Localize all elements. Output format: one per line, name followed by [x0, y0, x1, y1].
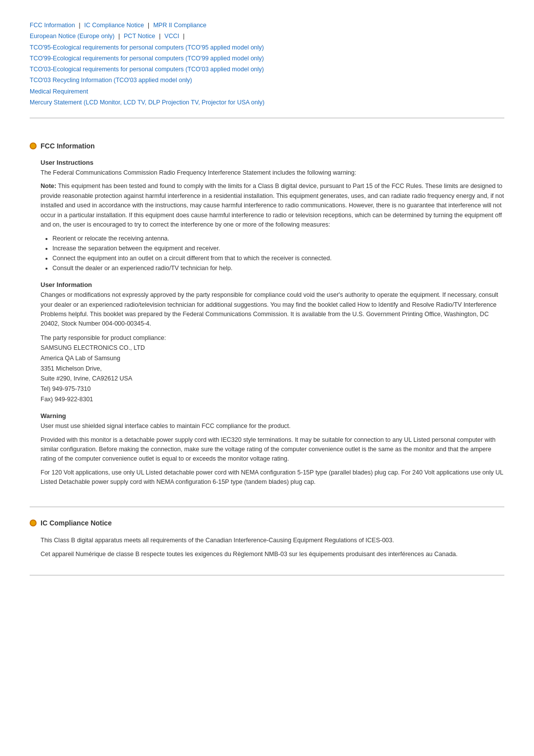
address-line-1: SAMSUNG ELECTRONICS CO., LTD	[41, 344, 145, 351]
fcc-dot-icon	[30, 142, 37, 149]
user-information-para1: Changes or modifications not expressly a…	[41, 290, 504, 329]
nav-links: FCC Information | IC Compliance Notice |…	[30, 20, 504, 108]
fcc-section-title: FCC Information	[41, 142, 95, 150]
bullet-item: Connect the equipment into an outlet on …	[52, 253, 504, 263]
top-divider	[30, 118, 504, 118]
fcc-section-header: FCC Information	[30, 142, 504, 150]
nav-link-pct[interactable]: PCT Notice	[124, 33, 155, 40]
ic-section-content: This Class B digital apparatus meets all…	[30, 536, 504, 559]
ic-dot-icon	[30, 520, 37, 526]
user-instructions-note: Note: This equipment has been tested and…	[41, 182, 504, 230]
ic-section-header: IC Compliance Notice	[30, 519, 504, 527]
nav-link-medical[interactable]: Medical Requirement	[30, 88, 88, 95]
warning-subsection: Warning User must use shielded signal in…	[41, 412, 504, 487]
nav-link-euro[interactable]: European Notice (Europe only)	[30, 33, 115, 40]
address-intro: The party responsible for product compli…	[41, 334, 166, 341]
note-bold-label: Note:	[41, 183, 56, 189]
bullet-item: Reorient or relocate the receiving anten…	[52, 234, 504, 243]
nav-sep-3: |	[118, 32, 120, 40]
address-line-4: Suite #290, Irvine, CA92612 USA	[41, 375, 133, 382]
fcc-section-content: User Instructions The Federal Communicat…	[30, 159, 504, 487]
user-instructions-title: User Instructions	[41, 159, 504, 166]
nav-link-tco03[interactable]: TCO'03-Ecological requirements for perso…	[30, 66, 264, 73]
bullet-item: Consult the dealer or an experienced rad…	[52, 263, 504, 273]
ic-para2: Cet appareil Numérique de classe B respe…	[41, 550, 504, 559]
nav-link-mercury[interactable]: Mercury Statement (LCD Monitor, LCD TV, …	[30, 99, 265, 106]
ic-section-title: IC Compliance Notice	[41, 519, 112, 527]
user-instructions-intro: The Federal Communications Commission Ra…	[41, 168, 504, 178]
ic-section: IC Compliance Notice This Class B digita…	[30, 507, 504, 575]
address-block: The party responsible for product compli…	[41, 333, 504, 404]
note-text: This equipment has been tested and found…	[41, 183, 504, 228]
address-line-2: America QA Lab of Samsung	[41, 355, 120, 362]
bullet-item: Increase the separation between the equi…	[52, 243, 504, 253]
address-line-3: 3351 Michelson Drive,	[41, 365, 102, 372]
nav-link-mpr[interactable]: MPR II Compliance	[153, 22, 207, 29]
nav-link-ic[interactable]: IC Compliance Notice	[84, 22, 144, 29]
nav-sep-2: |	[148, 21, 149, 29]
user-instructions-bullets: Reorient or relocate the receiving anten…	[41, 234, 504, 273]
warning-para1: User must use shielded signal interface …	[41, 422, 504, 431]
address-line-5: Tel) 949-975-7310	[41, 385, 90, 392]
nav-link-tco95[interactable]: TCO'95-Ecological requirements for perso…	[30, 44, 264, 51]
ic-para1: This Class B digital apparatus meets all…	[41, 536, 504, 545]
warning-title: Warning	[41, 412, 504, 420]
warning-para2: Provided with this monitor is a detachab…	[41, 435, 504, 464]
nav-link-vcci[interactable]: VCCI	[165, 33, 179, 40]
address-line-6: Fax) 949-922-8301	[41, 396, 93, 403]
user-instructions-subsection: User Instructions The Federal Communicat…	[41, 159, 504, 273]
nav-sep-5: |	[183, 32, 184, 40]
warning-para3: For 120 Volt applications, use only UL L…	[41, 468, 504, 487]
nav-sep-1: |	[79, 21, 80, 29]
nav-link-tco99[interactable]: TCO'99-Ecological requirements for perso…	[30, 55, 264, 62]
nav-link-fcc[interactable]: FCC Information	[30, 22, 75, 29]
nav-link-tco03rec[interactable]: TCO'03 Recycling Information (TCO'03 app…	[30, 77, 192, 84]
fcc-section: FCC Information User Instructions The Fe…	[30, 130, 504, 507]
nav-sep-4: |	[159, 32, 161, 40]
user-information-title: User Information	[41, 281, 504, 288]
user-information-subsection: User Information Changes or modification…	[41, 281, 504, 404]
